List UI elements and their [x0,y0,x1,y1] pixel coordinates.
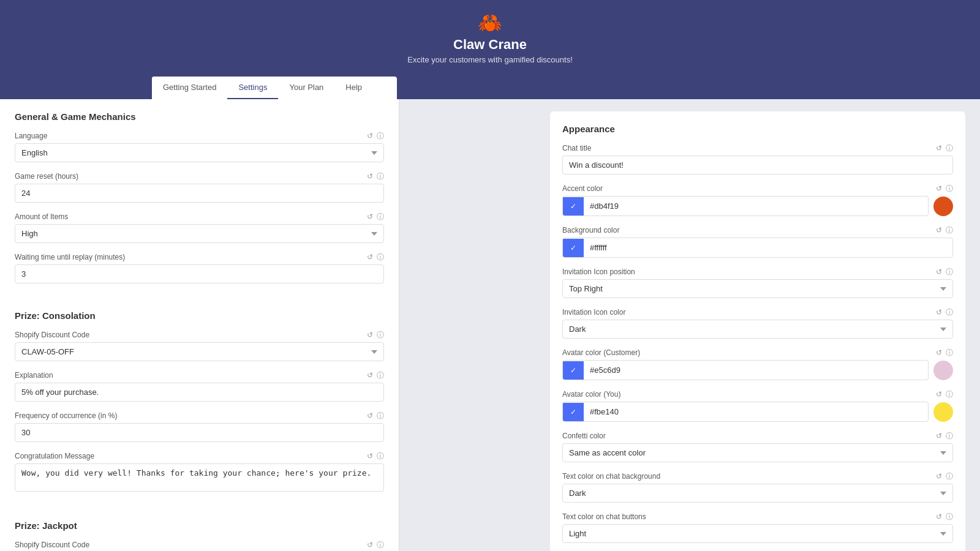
accent-color-field-group: Accent color ↺ ⓘ ✓ #db4f19 [562,184,953,216]
text-chat-buttons-select[interactable]: Light [562,524,953,543]
consolation-frequency-reset-icon[interactable]: ↺ [367,412,373,419]
invitation-color-info-icon[interactable]: ⓘ [946,309,953,316]
amount-items-reset-icon[interactable]: ↺ [367,213,373,220]
consolation-discount-reset-icon[interactable]: ↺ [367,331,373,339]
text-chat-buttons-reset-icon[interactable]: ↺ [936,513,942,520]
consolation-discount-select[interactable]: CLAW-05-OFF [15,342,384,361]
chat-title-input[interactable] [562,156,953,174]
text-chat-bg-select[interactable]: Dark [562,484,953,503]
accent-color-edit-icon[interactable]: ✓ [563,197,584,216]
game-reset-reset-icon[interactable]: ↺ [367,173,373,180]
invitation-color-select[interactable]: Dark [562,320,953,339]
accent-color-info-icon[interactable]: ⓘ [946,185,953,192]
avatar-customer-info-icon[interactable]: ⓘ [946,349,953,356]
background-color-icons: ↺ ⓘ [936,227,953,234]
accent-color-btn[interactable]: ✓ #db4f19 [562,196,929,216]
game-reset-icons: ↺ ⓘ [367,173,384,180]
amount-items-label-row: Amount of Items ↺ ⓘ [15,212,384,221]
consolation-frequency-icons: ↺ ⓘ [367,412,384,419]
prize-jackpot-section: Prize: Jackpot Shopify Discount Code ↺ ⓘ… [15,508,384,551]
tab-settings[interactable]: Settings [227,77,278,99]
text-chat-bg-reset-icon[interactable]: ↺ [936,473,942,480]
waiting-time-field-group: Waiting time until replay (minutes) ↺ ⓘ [15,253,384,283]
consolation-discount-info-icon[interactable]: ⓘ [377,331,384,339]
consolation-explanation-info-icon[interactable]: ⓘ [377,372,384,379]
background-color-edit-icon[interactable]: ✓ [563,239,584,257]
tab-help[interactable]: Help [334,77,373,99]
jackpot-discount-info-icon[interactable]: ⓘ [377,541,384,549]
avatar-you-edit-icon[interactable]: ✓ [563,403,584,421]
consolation-frequency-info-icon[interactable]: ⓘ [377,412,384,419]
consolation-explanation-label: Explanation [15,371,53,380]
app-header: 🦀 Claw Crane Excite your customers with … [0,0,980,77]
language-info-icon[interactable]: ⓘ [377,132,384,140]
avatar-you-reset-icon[interactable]: ↺ [936,391,942,398]
text-chat-bg-info-icon[interactable]: ⓘ [946,473,953,480]
invitation-color-label-row: Invitation Icon color ↺ ⓘ [562,308,953,317]
avatar-customer-btn[interactable]: ✓ #e5c6d9 [562,360,929,380]
text-chat-buttons-icons: ↺ ⓘ [936,513,953,520]
middle-spacer [399,99,535,551]
invitation-position-info-icon[interactable]: ⓘ [946,268,953,276]
chat-title-info-icon[interactable]: ⓘ [946,144,953,152]
game-reset-input[interactable] [15,184,384,203]
text-chat-bg-icons: ↺ ⓘ [936,473,953,480]
background-color-btn[interactable]: ✓ #ffffff [562,238,953,258]
waiting-time-input[interactable] [15,264,384,283]
accent-color-swatch[interactable] [933,197,953,216]
accent-color-reset-icon[interactable]: ↺ [936,185,942,192]
avatar-customer-edit-icon[interactable]: ✓ [563,361,584,380]
language-select[interactable]: English [15,143,384,162]
tab-your-plan[interactable]: Your Plan [278,77,334,99]
nav-tabs: Getting Started Settings Your Plan Help [152,77,397,99]
avatar-you-btn[interactable]: ✓ #fbe140 [562,402,929,422]
chat-title-reset-icon[interactable]: ↺ [936,144,942,152]
language-reset-icon[interactable]: ↺ [367,132,373,140]
nav-container: Getting Started Settings Your Plan Help [0,77,980,99]
waiting-time-info-icon[interactable]: ⓘ [377,253,384,261]
amount-items-icons: ↺ ⓘ [367,213,384,220]
consolation-discount-field-group: Shopify Discount Code ↺ ⓘ CLAW-05-OFF [15,331,384,361]
background-color-info-icon[interactable]: ⓘ [946,227,953,234]
consolation-frequency-input[interactable] [15,423,384,442]
consolation-frequency-label-row: Frequency of occurrence (in %) ↺ ⓘ [15,411,384,420]
text-chat-buttons-info-icon[interactable]: ⓘ [946,513,953,520]
invitation-color-reset-icon[interactable]: ↺ [936,309,942,316]
game-reset-info-icon[interactable]: ⓘ [377,173,384,180]
avatar-customer-reset-icon[interactable]: ↺ [936,349,942,356]
confetti-color-select[interactable]: Same as accent color [562,443,953,462]
consolation-explanation-icons: ↺ ⓘ [367,372,384,379]
accent-color-label-row: Accent color ↺ ⓘ [562,184,953,193]
confetti-color-label: Confetti color [562,432,606,440]
consolation-congrats-info-icon[interactable]: ⓘ [377,452,384,460]
confetti-color-reset-icon[interactable]: ↺ [936,432,942,440]
consolation-discount-label: Shopify Discount Code [15,331,89,339]
consolation-congrats-reset-icon[interactable]: ↺ [367,452,373,460]
jackpot-discount-icons: ↺ ⓘ [367,541,384,549]
background-color-reset-icon[interactable]: ↺ [936,227,942,234]
waiting-time-reset-icon[interactable]: ↺ [367,253,373,261]
waiting-time-label: Waiting time until replay (minutes) [15,253,125,261]
invitation-position-select[interactable]: Top Right [562,279,953,298]
jackpot-discount-reset-icon[interactable]: ↺ [367,541,373,549]
app-title: Claw Crane [0,37,980,53]
avatar-customer-field-group: Avatar color (Customer) ↺ ⓘ ✓ #e5c6d9 [562,348,953,380]
text-chat-bg-label: Text color on chat background [562,472,660,481]
amount-items-info-icon[interactable]: ⓘ [377,213,384,220]
invitation-position-reset-icon[interactable]: ↺ [936,268,942,276]
tab-getting-started[interactable]: Getting Started [152,77,227,99]
left-panel: General & Game Mechanics Language ↺ ⓘ En… [0,99,399,551]
avatar-you-label-row: Avatar color (You) ↺ ⓘ [562,390,953,399]
avatar-you-info-icon[interactable]: ⓘ [946,391,953,398]
consolation-congrats-label: Congratulation Message [15,452,94,460]
avatar-customer-swatch[interactable] [933,361,953,380]
consolation-explanation-reset-icon[interactable]: ↺ [367,372,373,379]
consolation-explanation-input[interactable] [15,383,384,402]
consolation-congrats-textarea[interactable] [15,463,384,492]
amount-items-select[interactable]: High [15,224,384,243]
right-panel: Appearance Chat title ↺ ⓘ Accent color [535,99,980,551]
confetti-color-info-icon[interactable]: ⓘ [946,432,953,440]
consolation-explanation-label-row: Explanation ↺ ⓘ [15,371,384,380]
avatar-you-swatch[interactable] [933,402,953,422]
amount-items-field-group: Amount of Items ↺ ⓘ High [15,212,384,243]
